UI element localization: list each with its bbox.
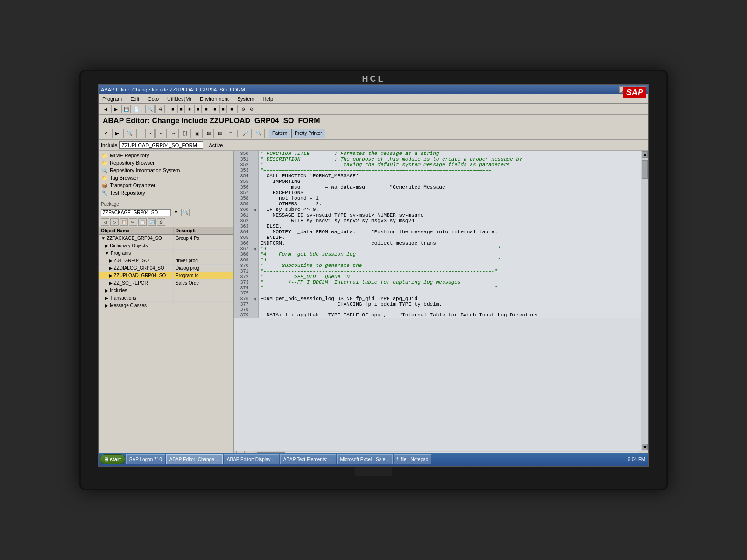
taskbar-abap-display[interactable]: ABAP Editor: Display ... [224,454,279,464]
tree-row-package[interactable]: ▼ ZZPACKAGE_GRP04_SO Group 4 Pa [99,235,233,242]
tb-btn-9[interactable]: ■ [219,105,227,113]
menu-utilities[interactable]: Utilities(M) [166,96,193,102]
tb-btn-12[interactable]: ⚙ [248,105,255,113]
ed-btn-8[interactable]: ⟦⟧ [180,129,191,138]
obj-btn-1[interactable]: ◁ [101,218,109,226]
line-code[interactable]: WITH sy-msgv1 sy-msgv2 sy-msgv3 sy-msgv4… [258,218,641,224]
menu-help[interactable]: Help [261,96,275,102]
save-button[interactable]: 💾 [121,105,131,113]
pretty-printer-button[interactable]: Pretty Printer [291,129,325,138]
tb-btn-6[interactable]: ■ [194,105,202,113]
tree-row-dict[interactable]: ▶ Dictionary Objects [99,242,233,250]
ed-btn-1[interactable]: ✔ [101,129,111,138]
nav-item-transport[interactable]: 📦 Transport Organizer [100,182,233,189]
line-code[interactable]: * Subcoutine to generate the [258,263,641,268]
nav-item-repo-browser[interactable]: 📁 Repository Browser [100,159,233,167]
vertical-scrollbar[interactable]: ▲ ▼ [641,151,648,451]
ed-btn-10[interactable]: ⊞ [204,129,214,138]
line-code[interactable]: CHANGING fp_i_bdclm TYPE ty_bdclm. [258,301,641,307]
forward-button[interactable]: ▶ [111,105,120,113]
pattern-button[interactable]: Pattern [269,129,290,138]
code-area[interactable]: 350* FUNCTION TITLE : Formates the messa… [234,151,641,451]
line-code[interactable]: * taking the default system message fiel… [258,162,641,168]
back-button[interactable]: ◀ [101,105,110,113]
tb-btn-10[interactable]: ■ [228,105,235,113]
line-code[interactable] [258,291,641,296]
tb-btn-8[interactable]: ■ [211,105,218,113]
nav-item-tag[interactable]: 📁 Tag Browser [100,174,233,182]
line-code[interactable]: ENDFORM. " collect message trans [258,240,641,246]
nav-item-repo-info[interactable]: 🔍 Repository Information System [100,167,233,174]
tree-row-zzupload[interactable]: ▶ ZZUPLOAD_GRP04_SO Program to [99,272,233,280]
line-code[interactable]: *=======================================… [258,168,641,173]
line-code[interactable]: MODIFY i_data FROM wa_data. "Pushing the… [258,229,641,235]
line-code[interactable]: * FUNCTION TITLE : Formates the message … [258,151,641,156]
find-button[interactable]: 🔍 [145,105,155,113]
line-code[interactable]: DATA: l i apqltab TYPE TABLE OF apql, "I… [258,312,641,318]
line-code[interactable]: ELSE. [258,224,641,229]
ed-btn-2[interactable]: ▶ [112,129,122,138]
menu-goto[interactable]: Goto [146,96,160,102]
obj-btn-2[interactable]: ▷ [110,218,119,226]
tree-row-z04[interactable]: ▶ Z04_GRP04_SO driver prog [99,257,233,265]
line-code[interactable]: * <--FP_I_BDCLM Internal table for captu… [258,280,641,285]
menu-edit[interactable]: Edit [129,96,141,102]
line-code[interactable]: * DESCRIPTION : The purpose of this modu… [258,156,641,162]
package-search-btn[interactable]: 🔍 [181,209,190,216]
ed-btn-3[interactable]: 🔍 [123,129,135,138]
line-code[interactable] [258,307,641,312]
start-button[interactable]: ⊞ start [100,454,125,464]
line-code[interactable]: *4--------------------------------------… [258,246,641,252]
package-input[interactable] [101,209,171,216]
line-code[interactable]: FORM get_bdc_session_log USING fp_qid TY… [258,296,641,301]
obj-btn-4[interactable]: ✂ [129,218,137,226]
nav-item-test[interactable]: 🔧 Test Repository [100,189,233,196]
tb-btn-5[interactable]: ■ [186,105,193,113]
tb-btn-3[interactable]: ■ [169,105,176,113]
ed-btn-6[interactable]: ← [155,129,167,138]
nav-item-mime[interactable]: 📁 MIME Repository [100,152,233,159]
tb-btn-7[interactable]: ■ [203,105,210,113]
line-code[interactable]: MESSAGE ID sy-msgid TYPE sy-msgty NUMBER… [258,212,641,218]
tree-row-programs[interactable]: ▼ Programs [99,250,233,257]
obj-btn-6[interactable]: 🔄 [148,218,156,226]
ed-btn-11[interactable]: ⊟ [215,129,225,138]
line-code[interactable]: *4--------------------------------------… [258,257,641,263]
line-code[interactable]: *---------------------------------------… [258,268,641,274]
menu-system[interactable]: System [236,96,256,102]
print-button[interactable]: 🖨 [155,105,165,113]
line-code[interactable]: IMPORTING [258,179,641,184]
ed-btn-5[interactable]: - [147,129,155,138]
taskbar-abap-text[interactable]: ABAP Text Elements: ... [280,454,336,464]
scroll-thumb[interactable] [642,160,648,179]
ed-btn-13[interactable]: 🔎 [240,129,252,138]
obj-btn-3[interactable]: 📋 [120,218,128,226]
obj-btn-7[interactable]: ⚙ [157,218,165,226]
tree-row-zzreport[interactable]: ▶ ZZ_SO_REPORT Sales Orde [99,280,233,287]
line-code[interactable]: *---------------------------------------… [258,285,641,291]
taskbar-sap-logon[interactable]: SAP Logon 710 [126,454,165,464]
taskbar-notepad[interactable]: f_file - Notepad [394,454,432,464]
tb-btn-11[interactable]: ⚙ [240,105,247,113]
line-code[interactable]: IF sy-subrc <> 0. [258,207,641,212]
scroll-up-btn[interactable]: ▲ [642,151,648,158]
tree-row-zzdialog[interactable]: ▶ ZZDIALOG_GRP04_SO Dialog prog [99,265,233,272]
tree-row-messages[interactable]: ▶ Message Classes [99,302,233,309]
include-input[interactable]: ZZUPLOAD_GRP04_SO_FORM [119,141,203,149]
new-button[interactable]: 📄 [132,105,141,113]
ed-btn-4[interactable]: + [136,129,146,138]
line-code[interactable]: CALL FUNCTION 'FORMAT_MESSAGE' [258,173,641,179]
menu-environment[interactable]: Environment [198,96,230,102]
line-code[interactable]: EXCEPTIONS [258,190,641,196]
taskbar-abap-change[interactable]: ABAP Editor: Change ... [166,454,223,464]
taskbar-excel[interactable]: Microsoft Excel - Sale... [337,454,393,464]
scroll-down-btn[interactable]: ▼ [642,444,648,450]
line-code[interactable]: * -->FP_QID Queue ID [258,274,641,280]
package-dropdown-btn[interactable]: ▼ [172,209,180,216]
tb-btn-4[interactable]: ■ [177,105,185,113]
ed-btn-12[interactable]: ≡ [226,129,235,138]
line-code[interactable]: not_found = 1 [258,196,641,201]
line-code[interactable]: *4 Form get_bdc_session_log [258,252,641,257]
ed-btn-9[interactable]: ▣ [192,129,203,138]
ed-btn-14[interactable]: 🔍 [253,129,265,138]
